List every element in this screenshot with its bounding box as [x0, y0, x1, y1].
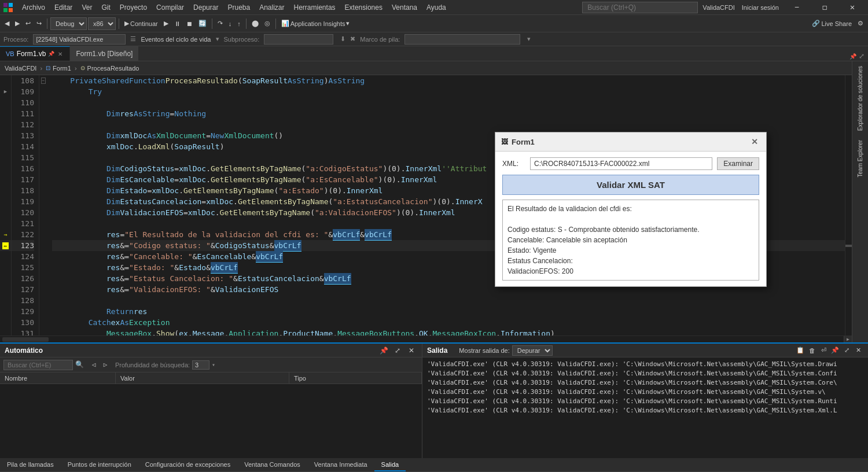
- process-label: Proceso:: [3, 36, 28, 43]
- menu-ventana[interactable]: Ventana: [387, 2, 422, 13]
- bottom-tab-immediate[interactable]: Ventana Inmediata: [307, 459, 374, 471]
- output-clear-btn[interactable]: 🗑: [807, 345, 817, 356]
- toolbar-bp[interactable]: ⬤: [249, 19, 261, 28]
- bottom-tab-salida[interactable]: Salida: [374, 459, 406, 471]
- dialog-xml-row: XML: Examinar: [502, 157, 759, 170]
- auto-back-btn[interactable]: ◁: [89, 360, 99, 370]
- code-line-111: Dim res As String = Nothing: [52, 108, 845, 119]
- collapse-108[interactable]: −: [39, 75, 47, 86]
- dialog-examinar-btn[interactable]: Examinar: [717, 157, 759, 170]
- auto-close-btn[interactable]: ✕: [406, 345, 417, 356]
- tab-form1-close[interactable]: ✕: [57, 51, 64, 57]
- bottom-tab-bp[interactable]: Puntos de interrupción: [61, 459, 138, 471]
- toolbar-forward[interactable]: ▶: [13, 19, 22, 28]
- toolbar-bp2[interactable]: ◎: [262, 19, 273, 28]
- toolbar-step-out[interactable]: ↑: [235, 19, 243, 28]
- depth-dropdown[interactable]: ▾: [212, 362, 215, 368]
- menu-ver[interactable]: Ver: [77, 2, 97, 13]
- auto-search-btn[interactable]: 🔍: [75, 360, 84, 369]
- subproceso-label: Subproceso:: [224, 36, 260, 43]
- horizontal-scrollbar[interactable]: ▶: [0, 335, 852, 342]
- collapse-128: [39, 295, 47, 306]
- application-insights-button[interactable]: 📊 Application Insights ▾: [279, 19, 352, 28]
- h-scroll-thumb: [2, 337, 49, 342]
- toolbar-play[interactable]: ▶: [161, 19, 171, 28]
- output-copy-btn[interactable]: 📋: [795, 345, 806, 356]
- subproceso-input[interactable]: [264, 34, 333, 45]
- breadcrumb-project[interactable]: ValidaCFDI: [5, 65, 36, 72]
- editor-scrollbar[interactable]: [845, 75, 852, 335]
- toolbar-stop[interactable]: ⏹: [184, 19, 195, 28]
- output-wrap-btn[interactable]: ⏎: [818, 345, 829, 356]
- dialog-close-btn[interactable]: ✕: [749, 136, 760, 148]
- code-line-108: Private Shared Function ProcesaResultado…: [52, 75, 845, 86]
- output-pin-btn[interactable]: 📌: [830, 345, 840, 356]
- ln-119: 119: [12, 196, 34, 207]
- bottom-tab-exceptions[interactable]: Configuración de excepciones: [138, 459, 237, 471]
- global-search-input[interactable]: [582, 2, 698, 13]
- menu-ayuda[interactable]: Ayuda: [422, 2, 451, 13]
- minimize-button[interactable]: −: [784, 0, 810, 15]
- col-type: Tipo: [289, 373, 422, 384]
- tab-form1-design[interactable]: Form1.vb [Diseño]: [70, 46, 139, 61]
- ind-111: [0, 108, 11, 119]
- auto-forward-btn[interactable]: ▷: [100, 360, 111, 370]
- ln-115: 115: [12, 152, 34, 163]
- toolbar-redo[interactable]: ↪: [34, 19, 44, 28]
- breadcrumb-file[interactable]: ⊡ Form1: [46, 65, 71, 72]
- bottom-tabs-row: Pila de llamadas Puntos de interrupción …: [0, 458, 868, 472]
- process-input[interactable]: [33, 34, 126, 45]
- output-close-btn[interactable]: ✕: [853, 345, 863, 356]
- tab-pin-btn[interactable]: 📌: [849, 53, 856, 60]
- tab-pin-icon[interactable]: 📌: [48, 51, 54, 57]
- explorer-tab[interactable]: Explorador de soluciones: [855, 61, 866, 135]
- menu-proyecto[interactable]: Proyecto: [115, 2, 152, 13]
- ln-130: 130: [12, 317, 34, 328]
- auto-float-btn[interactable]: ⤢: [392, 345, 403, 356]
- breadcrumb-method-label: ProcesaResultado: [87, 65, 139, 72]
- signin-btn[interactable]: Iniciar sesión: [742, 4, 779, 11]
- tab-bar: VB Form1.vb 📌 ✕ Form1.vb [Diseño] 📌 ⤢: [0, 46, 868, 61]
- toolbar-step-over[interactable]: ↷: [215, 19, 225, 28]
- toolbar-pause[interactable]: ⏸: [172, 19, 183, 28]
- platform-dropdown[interactable]: x86: [88, 17, 116, 30]
- menu-git[interactable]: Git: [97, 2, 115, 13]
- menu-analizar[interactable]: Analizar: [255, 2, 289, 13]
- config-dropdown[interactable]: Debug: [50, 17, 87, 30]
- toolbar-extra[interactable]: ⚙: [855, 19, 866, 28]
- depth-input[interactable]: [192, 360, 209, 370]
- dialog-validate-btn[interactable]: Validar XML SAT: [502, 175, 759, 195]
- output-source-select[interactable]: Depurar: [512, 345, 553, 356]
- toolbar-undo[interactable]: ↩: [23, 19, 33, 28]
- menu-herramientas[interactable]: Herramientas: [289, 2, 340, 13]
- output-float-btn[interactable]: ⤢: [841, 345, 852, 356]
- scroll-right-btn[interactable]: ▶: [844, 336, 852, 343]
- team-explorer-tab[interactable]: Team Explorer: [855, 135, 866, 182]
- dialog-xml-input[interactable]: [530, 157, 712, 170]
- menu-prueba[interactable]: Prueba: [223, 2, 255, 13]
- bottom-tab-calls[interactable]: Pila de llamadas: [0, 459, 61, 471]
- ln-124: 124: [12, 251, 34, 262]
- toolbar-step-into[interactable]: ↓: [226, 19, 234, 28]
- toolbar-back[interactable]: ◀: [2, 19, 12, 28]
- toolbar-restart[interactable]: 🔄: [196, 19, 209, 28]
- restore-button[interactable]: ◻: [811, 0, 838, 15]
- menu-archivo[interactable]: Archivo: [17, 2, 50, 13]
- bottom-tab-cmd[interactable]: Ventana Comandos: [237, 459, 307, 471]
- menu-compilar[interactable]: Compilar: [152, 2, 189, 13]
- tab-expand-btn[interactable]: ⤢: [859, 52, 865, 61]
- breadcrumb-method[interactable]: ⊙ ProcesaResultado: [80, 65, 139, 72]
- continue-button[interactable]: ▶ Continuar: [122, 19, 160, 28]
- live-share-button[interactable]: 🔗 Live Share: [810, 19, 854, 28]
- auto-pin-btn[interactable]: 📌: [378, 345, 389, 356]
- collapse-116: [39, 163, 47, 174]
- menu-extensiones[interactable]: Extensiones: [340, 2, 387, 13]
- menu-depurar[interactable]: Depurar: [189, 2, 223, 13]
- toolbar: ◀ ▶ ↩ ↪ Debug x86 ▶ Continuar ▶ ⏸ ⏹ 🔄 ↷ …: [0, 15, 868, 32]
- tab-form1-vb[interactable]: VB Form1.vb 📌 ✕: [0, 46, 70, 61]
- auto-search-input[interactable]: [3, 360, 73, 370]
- stack-input[interactable]: [404, 34, 520, 45]
- bottom-area: Automático 📌 ⤢ ✕ 🔍 ◁ ▷ Profundidad de bú…: [0, 342, 868, 458]
- close-button[interactable]: ✕: [839, 0, 866, 15]
- menu-editar[interactable]: Editar: [50, 2, 77, 13]
